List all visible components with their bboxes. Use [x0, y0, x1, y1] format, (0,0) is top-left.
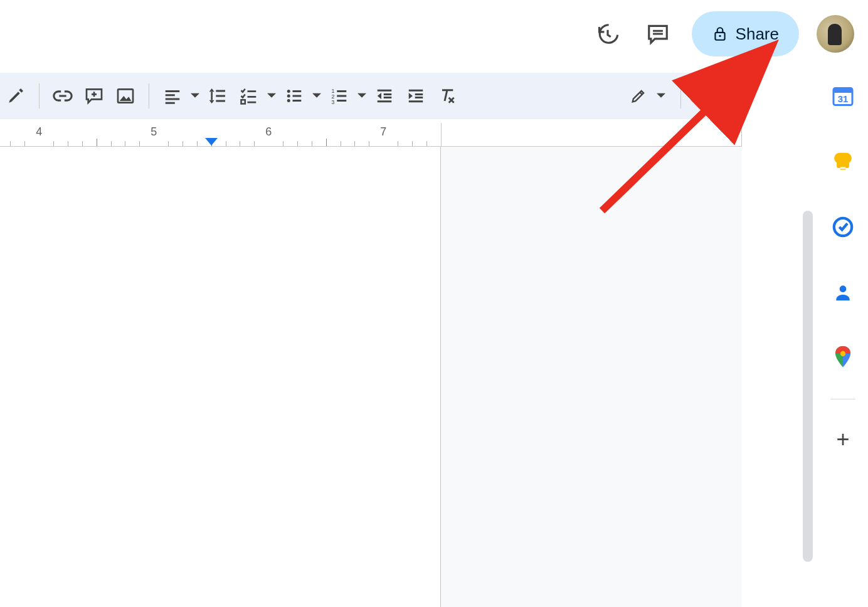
maps-icon: [834, 346, 852, 369]
contacts-app-button[interactable]: [830, 280, 855, 305]
image-icon: [115, 86, 135, 106]
comment-icon: [646, 22, 670, 46]
right-indent-marker[interactable]: [205, 138, 218, 145]
svg-text:3: 3: [332, 99, 335, 105]
caret-down-icon: [267, 92, 276, 100]
checklist-dropdown[interactable]: [233, 80, 278, 112]
insert-link-button[interactable]: [47, 80, 78, 112]
caret-down-icon: [191, 92, 199, 100]
caret-down-icon: [312, 92, 321, 100]
share-label: Share: [736, 24, 779, 44]
increase-indent-icon: [406, 87, 425, 105]
document-canvas: [0, 147, 741, 607]
caret-down-icon: [357, 92, 366, 100]
checklist-icon: [240, 87, 258, 105]
bulleted-list-dropdown[interactable]: [278, 80, 324, 112]
insert-image-button[interactable]: [110, 80, 141, 112]
align-left-icon: [163, 87, 182, 105]
keep-icon: [832, 151, 854, 172]
side-panel: 31 +: [818, 75, 868, 607]
caret-down-icon: [657, 92, 665, 100]
svg-rect-3: [241, 100, 245, 103]
svg-point-5: [287, 95, 290, 98]
page[interactable]: [0, 147, 441, 607]
highlighter-icon: [6, 86, 26, 106]
get-addons-button[interactable]: +: [836, 428, 849, 451]
decrease-indent-button[interactable]: [369, 80, 400, 112]
share-button[interactable]: Share: [692, 11, 799, 56]
numbered-list-icon: 123: [330, 87, 349, 105]
add-comment-icon: [84, 86, 104, 106]
version-history-button[interactable]: [591, 18, 624, 50]
editing-mode-dropdown[interactable]: [623, 80, 668, 112]
app-header: Share: [0, 0, 868, 68]
horizontal-ruler[interactable]: 4567: [0, 123, 741, 147]
side-panel-divider: [830, 399, 855, 399]
svg-text:31: 31: [838, 93, 849, 104]
calendar-app-button[interactable]: 31: [830, 84, 855, 109]
align-dropdown[interactable]: [157, 80, 202, 112]
account-avatar[interactable]: [817, 15, 854, 53]
pencil-icon: [630, 87, 647, 105]
tasks-app-button[interactable]: [830, 214, 855, 240]
svg-point-6: [287, 99, 290, 102]
bulleted-list-icon: [285, 87, 304, 105]
svg-rect-13: [840, 167, 846, 169]
line-spacing-button[interactable]: [202, 80, 233, 112]
keep-app-button[interactable]: [830, 149, 855, 174]
svg-point-4: [287, 90, 290, 93]
svg-point-15: [840, 285, 847, 292]
calendar-icon: 31: [832, 85, 854, 108]
highlight-color-button[interactable]: [0, 80, 31, 112]
link-icon: [52, 85, 73, 107]
numbered-list-dropdown[interactable]: 123: [324, 80, 369, 112]
ruler-number: 5: [151, 125, 157, 139]
clear-formatting-button[interactable]: [431, 80, 463, 112]
decrease-indent-icon: [375, 87, 394, 105]
vertical-scrollbar-thumb[interactable]: [803, 211, 813, 562]
format-toolbar: 123: [0, 73, 743, 119]
open-comments-button[interactable]: [642, 18, 674, 50]
ruler-number: 6: [265, 125, 272, 139]
increase-indent-button[interactable]: [400, 80, 431, 112]
chevron-up-icon: [701, 88, 717, 104]
svg-rect-11: [834, 88, 852, 93]
ruler-number: 4: [36, 125, 42, 139]
clear-formatting-icon: [437, 86, 457, 106]
contacts-icon: [833, 282, 853, 302]
ruler-number: 7: [380, 125, 386, 139]
hide-menus-button[interactable]: [694, 80, 725, 112]
tasks-icon: [832, 216, 854, 238]
lock-icon: [712, 26, 728, 42]
add-comment-button[interactable]: [78, 80, 110, 112]
svg-point-1: [719, 35, 721, 37]
history-icon: [596, 22, 620, 46]
maps-app-button[interactable]: [830, 345, 855, 370]
line-spacing-icon: [208, 86, 228, 106]
